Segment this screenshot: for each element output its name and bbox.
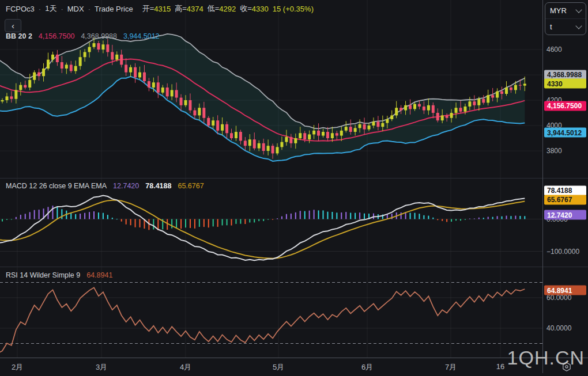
axis-tick: 3800 [546,147,562,155]
macd-value-badge: 78.4188 [544,185,586,195]
separator-dot: · [88,5,91,13]
time-axis-label: 16 [496,362,504,371]
macd-legend-label: MACD 12 26 close 9 EMA EMA [6,182,107,190]
high-label: 高= [175,3,187,14]
unit-select-label: t [550,22,552,31]
main-price-pane[interactable] [0,0,542,178]
macd-legend[interactable]: MACD 12 26 close 9 EMA EMA 12.7420 78.41… [6,182,204,190]
currency-select[interactable]: MYR [545,3,586,18]
chart-app: FCPOc3 · 1天 · MDX · Trade Price 开=4315 高… [0,0,588,376]
bb-middle-value: 4,156.7500 [39,32,75,40]
macd-line-value: 78.4188 [145,182,171,190]
exchange-label: MDX [67,5,84,13]
bb-lower-price-badge: 3,944.5012 [544,128,586,138]
macd-signal-badge: 65.6767 [544,195,586,204]
time-axis-label: 5月 [273,362,284,373]
close-label: 收= [240,3,252,14]
close-value: 4330 [252,5,269,13]
time-axis-label: 2月 [12,362,23,373]
bb-middle-price-badge: 4,156.7500 [544,101,586,111]
bb-legend-label: BB 20 2 [6,32,32,40]
interval-label[interactable]: 1天 [45,3,56,14]
last-price-badge: 4330 [544,79,586,89]
time-axis-label: 6月 [361,362,373,373]
macd-hist-badge: 12.7420 [544,210,586,220]
low-value: 4292 [219,5,236,13]
chevron-down-icon [575,6,582,13]
macd-signal-value: 65.6767 [178,182,203,190]
change-value: 15 (+0.35%) [273,5,314,13]
series-type-label: Trade Price [95,5,133,13]
time-axis-label: 7月 [445,362,457,373]
separator-dot: · [39,5,41,13]
bb-lower-value: 3,944.5012 [123,32,160,40]
bb-legend[interactable]: BB 20 2 4,156.7500 4,368.9988 3,944.5012 [6,32,160,40]
high-value: 4374 [187,5,203,13]
symbol-name[interactable]: FCPOc3 [6,5,35,13]
bb-upper-value: 4,368.9988 [81,32,117,40]
rsi-legend-label: RSI 14 Wilder Simple 9 [6,271,80,279]
watermark: 1QH.CN [507,347,585,369]
rsi-legend[interactable]: RSI 14 Wilder Simple 9 64.8941 [6,271,112,279]
pane-separator-macd[interactable] [0,178,588,178]
chevron-left-icon: ‹ [12,21,14,30]
bb-upper-price-badge: 4,368.9988 [544,70,586,79]
open-value: 4315 [154,5,171,13]
separator-dot: · [61,5,63,13]
macd-hist-value: 12.7420 [113,182,139,190]
pane-separator-rsi[interactable] [0,267,588,267]
rsi-value: 64.8941 [86,271,112,279]
chevron-down-icon [575,22,582,29]
time-axis-label: 3月 [96,362,107,373]
price-axis-border [542,0,543,373]
rsi-pane[interactable] [0,267,542,358]
back-button[interactable]: ‹ [5,19,21,32]
axis-tick: −100.0000 [546,248,579,256]
open-label: 开= [142,3,154,14]
unit-select[interactable]: t [545,18,586,35]
low-label: 低= [208,3,220,14]
currency-unit-box: MYR t [545,2,586,35]
macd-pane[interactable] [0,178,542,267]
rsi-value-badge: 64.8941 [544,286,586,295]
time-axis-label: 4月 [180,362,191,373]
currency-select-label: MYR [550,6,567,15]
axis-tick: 40.0000 [546,324,571,332]
axis-tick: 4600 [546,45,562,54]
symbol-header: FCPOc3 · 1天 · MDX · Trade Price 开=4315 高… [6,3,314,14]
time-axis[interactable]: 2月3月4月5月6月7月16 [0,358,588,376]
